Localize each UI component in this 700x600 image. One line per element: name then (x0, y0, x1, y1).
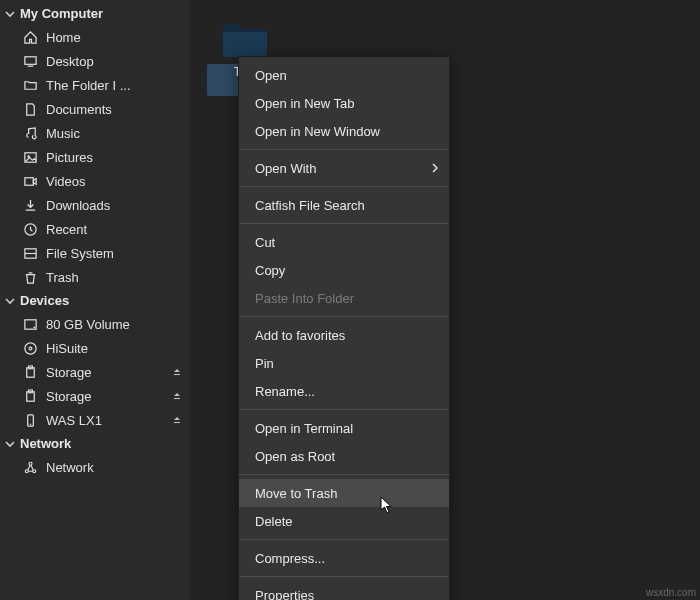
sidebar-item-desktop[interactable]: Desktop (0, 49, 190, 73)
sidebar-item-label: Documents (46, 102, 186, 117)
sidebar-item-label: Storage (46, 389, 164, 404)
svg-point-17 (29, 423, 31, 425)
menu-item-compress[interactable]: Compress... (239, 544, 449, 572)
sidebar-item-label: Desktop (46, 54, 186, 69)
menu-item-paste-into-folder: Paste Into Folder (239, 284, 449, 312)
sidebar-item-label: Pictures (46, 150, 186, 165)
sidebar-section-mycomputer-header[interactable]: My Computer (0, 2, 190, 25)
sidebar-item-file-system[interactable]: File System (0, 241, 190, 265)
menu-item-open[interactable]: Open (239, 61, 449, 89)
menu-item-open-new-tab[interactable]: Open in New Tab (239, 89, 449, 117)
folder-context-menu: Open Open in New Tab Open in New Window … (238, 56, 450, 600)
menu-item-open-with[interactable]: Open With (239, 154, 449, 182)
menu-separator (239, 539, 449, 540)
sidebar-item-label: HiSuite (46, 341, 186, 356)
caret-down-icon (4, 8, 16, 20)
caret-down-icon (4, 438, 16, 450)
filesystem-icon (22, 245, 38, 261)
eject-icon[interactable] (172, 415, 186, 425)
sidebar-item-documents[interactable]: Documents (0, 97, 190, 121)
submenu-arrow-icon (431, 163, 439, 173)
sidebar-item-network[interactable]: Network (0, 455, 190, 479)
svg-point-11 (29, 347, 32, 350)
downloads-icon (22, 197, 38, 213)
folder-icon (22, 77, 38, 93)
sidebar-item-label: The Folder I ... (46, 78, 186, 93)
places-sidebar: My Computer Home Desktop The Folder I ..… (0, 0, 190, 600)
sidebar-item-videos[interactable]: Videos (0, 169, 190, 193)
menu-item-copy[interactable]: Copy (239, 256, 449, 284)
phone-icon (22, 412, 38, 428)
menu-item-open-in-terminal[interactable]: Open in Terminal (239, 414, 449, 442)
menu-separator (239, 223, 449, 224)
sidebar-item-storage-1[interactable]: Storage (0, 360, 190, 384)
sidebar-item-was-lx1[interactable]: WAS LX1 (0, 408, 190, 432)
recent-icon (22, 221, 38, 237)
sidebar-item-label: File System (46, 246, 186, 261)
eject-icon[interactable] (172, 391, 186, 401)
sidebar-item-80gb-volume[interactable]: 80 GB Volume (0, 312, 190, 336)
svg-point-20 (29, 462, 32, 465)
music-icon (22, 125, 38, 141)
home-icon (22, 29, 38, 45)
sidebar-item-the-folder[interactable]: The Folder I ... (0, 73, 190, 97)
svg-point-10 (24, 342, 35, 353)
drive-icon (22, 316, 38, 332)
sidebar-item-label: Downloads (46, 198, 186, 213)
sidebar-item-label: 80 GB Volume (46, 317, 186, 332)
sidebar-item-music[interactable]: Music (0, 121, 190, 145)
menu-separator (239, 474, 449, 475)
sidebar-section-title: My Computer (20, 6, 103, 21)
eject-icon[interactable] (172, 367, 186, 377)
sidebar-section-devices-header[interactable]: Devices (0, 289, 190, 312)
trash-icon (22, 269, 38, 285)
menu-item-pin[interactable]: Pin (239, 349, 449, 377)
usb-icon (22, 388, 38, 404)
menu-separator (239, 576, 449, 577)
sidebar-item-trash[interactable]: Trash (0, 265, 190, 289)
sidebar-item-hisuite[interactable]: HiSuite (0, 336, 190, 360)
sidebar-section-title: Network (20, 436, 71, 451)
sidebar-item-label: Network (46, 460, 186, 475)
menu-item-delete[interactable]: Delete (239, 507, 449, 535)
menu-item-move-to-trash[interactable]: Move to Trash (239, 479, 449, 507)
usb-icon (22, 364, 38, 380)
menu-item-open-as-root[interactable]: Open as Root (239, 442, 449, 470)
sidebar-item-recent[interactable]: Recent (0, 217, 190, 241)
menu-item-properties[interactable]: Properties (239, 581, 449, 600)
sidebar-item-label: Storage (46, 365, 164, 380)
sidebar-item-label: Home (46, 30, 186, 45)
sidebar-item-downloads[interactable]: Downloads (0, 193, 190, 217)
sidebar-item-label: WAS LX1 (46, 413, 164, 428)
svg-rect-0 (24, 56, 35, 64)
sidebar-item-home[interactable]: Home (0, 25, 190, 49)
caret-down-icon (4, 295, 16, 307)
documents-icon (22, 101, 38, 117)
menu-item-open-new-window[interactable]: Open in New Window (239, 117, 449, 145)
sidebar-item-label: Recent (46, 222, 186, 237)
menu-item-catfish-search[interactable]: Catfish File Search (239, 191, 449, 219)
menu-item-rename[interactable]: Rename... (239, 377, 449, 405)
svg-point-9 (33, 326, 35, 328)
watermark-text: wsxdn.com (646, 587, 696, 598)
menu-separator (239, 149, 449, 150)
desktop-icon (22, 53, 38, 69)
pictures-icon (22, 149, 38, 165)
sidebar-item-label: Videos (46, 174, 186, 189)
file-manager-window: My Computer Home Desktop The Folder I ..… (0, 0, 700, 600)
svg-rect-4 (24, 177, 32, 185)
sidebar-item-label: Music (46, 126, 186, 141)
videos-icon (22, 173, 38, 189)
menu-item-add-to-favorites[interactable]: Add to favorites (239, 321, 449, 349)
sidebar-item-label: Trash (46, 270, 186, 285)
sidebar-item-storage-2[interactable]: Storage (0, 384, 190, 408)
folder-icon (221, 20, 269, 58)
sidebar-item-pictures[interactable]: Pictures (0, 145, 190, 169)
sidebar-section-title: Devices (20, 293, 69, 308)
menu-separator (239, 316, 449, 317)
menu-separator (239, 409, 449, 410)
sidebar-section-network-header[interactable]: Network (0, 432, 190, 455)
disc-icon (22, 340, 38, 356)
menu-separator (239, 186, 449, 187)
menu-item-cut[interactable]: Cut (239, 228, 449, 256)
